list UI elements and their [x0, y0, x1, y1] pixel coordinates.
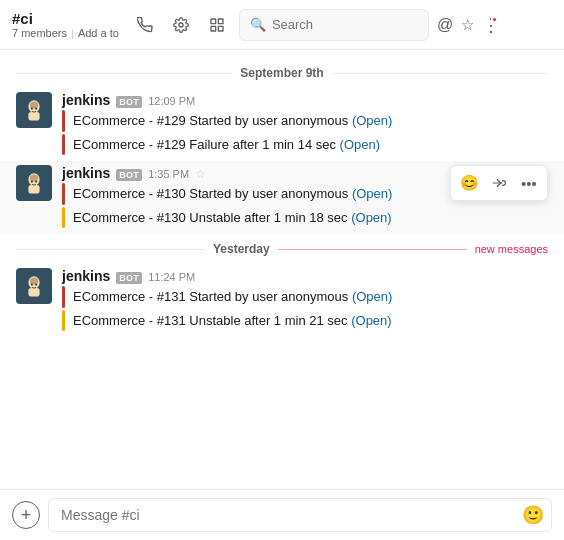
svg-rect-2: [218, 19, 223, 24]
divider-line-left: [16, 249, 205, 250]
message-text: ECommerce - #129 Failure after 1 min 14 …: [73, 134, 380, 156]
notification-badge: [491, 16, 498, 23]
svg-rect-3: [218, 26, 223, 31]
date-label-yesterday: Yesterday: [213, 242, 270, 256]
new-messages-label: new messages: [475, 243, 548, 255]
emoji-button[interactable]: 🙂: [522, 504, 544, 526]
message-text: ECommerce - #130 Unstable after 1 min 18…: [73, 207, 392, 229]
avatar: [16, 268, 52, 304]
message-text: ECommerce - #129 Started by user anonymo…: [73, 110, 392, 132]
svg-point-9: [31, 108, 33, 110]
message-block: ECommerce - #131 Started by user anonymo…: [62, 286, 548, 308]
date-label-sep9: September 9th: [240, 66, 323, 80]
avatar: [16, 92, 52, 128]
more-actions-button[interactable]: •••: [515, 169, 543, 197]
search-box[interactable]: 🔍: [239, 9, 429, 41]
message-text: ECommerce - #131 Started by user anonymo…: [73, 286, 392, 308]
add-button[interactable]: +: [12, 501, 40, 529]
members-count: 7 members: [12, 27, 67, 39]
svg-rect-4: [211, 26, 216, 31]
message-sender: jenkins: [62, 92, 110, 108]
svg-point-0: [179, 23, 183, 27]
date-divider-sep9: September 9th: [0, 58, 564, 88]
message-time: 11:24 PM: [148, 271, 195, 283]
open-link[interactable]: (Open): [351, 313, 391, 328]
channel-title-group: #ci 7 members | Add a to: [12, 10, 119, 39]
search-icon: 🔍: [250, 17, 266, 32]
message-input-area: + 🙂: [0, 489, 564, 540]
open-link[interactable]: (Open): [351, 210, 391, 225]
svg-point-16: [35, 181, 37, 183]
svg-rect-1: [211, 19, 216, 24]
open-link[interactable]: (Open): [352, 289, 392, 304]
message-text: ECommerce - #130 Started by user anonymo…: [73, 183, 392, 205]
svg-rect-14: [28, 185, 39, 193]
messages-area: September 9th jenkins BOT 12:09 PM: [0, 50, 564, 489]
layout-button[interactable]: [203, 11, 231, 39]
message-time: 12:09 PM: [148, 95, 195, 107]
message-bar-red: [62, 110, 65, 132]
svg-point-10: [35, 108, 37, 110]
avatar: [16, 165, 52, 201]
divider-line-right: [278, 249, 467, 250]
star-button[interactable]: ☆: [461, 16, 474, 34]
svg-point-15: [31, 181, 33, 183]
date-divider-yesterday: Yesterday new messages: [0, 234, 564, 264]
search-input[interactable]: [272, 17, 418, 32]
message-bar-red: [62, 286, 65, 308]
divider-line-left: [16, 73, 232, 74]
message-text: ECommerce - #131 Unstable after 1 min 21…: [73, 310, 392, 332]
svg-point-22: [35, 284, 37, 286]
message-sender: jenkins: [62, 165, 110, 181]
star-icon[interactable]: ☆: [195, 167, 206, 181]
message-block: ECommerce - #131 Unstable after 1 min 21…: [62, 310, 548, 332]
react-button[interactable]: 😊: [455, 169, 483, 197]
message-bar-red: [62, 134, 65, 156]
svg-rect-20: [28, 288, 39, 296]
input-wrapper: 🙂: [48, 498, 552, 532]
bot-badge: BOT: [116, 96, 142, 108]
bot-badge: BOT: [116, 272, 142, 284]
bot-badge: BOT: [116, 169, 142, 181]
message-group: jenkins BOT 1:35 PM ☆ ECommerce - #130 S…: [0, 161, 564, 234]
message-group: jenkins BOT 11:24 PM ECommerce - #131 St…: [0, 264, 564, 337]
svg-rect-8: [28, 112, 39, 120]
message-content: jenkins BOT 11:24 PM ECommerce - #131 St…: [62, 268, 548, 333]
message-block: ECommerce - #130 Unstable after 1 min 18…: [62, 207, 548, 229]
svg-point-19: [30, 278, 38, 285]
header-subtitle: 7 members | Add a to: [12, 27, 119, 39]
header-separator: |: [71, 27, 74, 39]
open-link[interactable]: (Open): [340, 137, 380, 152]
add-to-label[interactable]: Add a to: [78, 27, 119, 39]
message-block: ECommerce - #129 Started by user anonymo…: [62, 110, 548, 132]
share-button[interactable]: [485, 169, 513, 197]
message-content: jenkins BOT 12:09 PM ECommerce - #129 St…: [62, 92, 548, 157]
message-block: ECommerce - #129 Failure after 1 min 14 …: [62, 134, 548, 156]
message-header: jenkins BOT 11:24 PM: [62, 268, 548, 284]
message-group: jenkins BOT 12:09 PM ECommerce - #129 St…: [0, 88, 564, 161]
channel-name: #ci: [12, 10, 119, 27]
phone-button[interactable]: [131, 11, 159, 39]
message-bar-yellow: [62, 207, 65, 229]
message-input[interactable]: [48, 498, 552, 532]
settings-button[interactable]: [167, 11, 195, 39]
message-sender: jenkins: [62, 268, 110, 284]
message-bar-yellow: [62, 310, 65, 332]
svg-point-13: [30, 175, 38, 182]
divider-line-right: [332, 73, 548, 74]
open-link[interactable]: (Open): [352, 113, 392, 128]
message-actions: 😊 •••: [450, 165, 548, 201]
channel-header: #ci 7 members | Add a to 🔍 @ ☆ ⋮: [0, 0, 564, 50]
svg-point-21: [31, 284, 33, 286]
more-options-wrapper: ⋮: [482, 14, 500, 36]
at-button[interactable]: @: [437, 16, 453, 34]
message-time: 1:35 PM: [148, 168, 189, 180]
message-header: jenkins BOT 12:09 PM: [62, 92, 548, 108]
message-bar-red: [62, 183, 65, 205]
open-link[interactable]: (Open): [352, 186, 392, 201]
svg-point-7: [30, 102, 38, 109]
